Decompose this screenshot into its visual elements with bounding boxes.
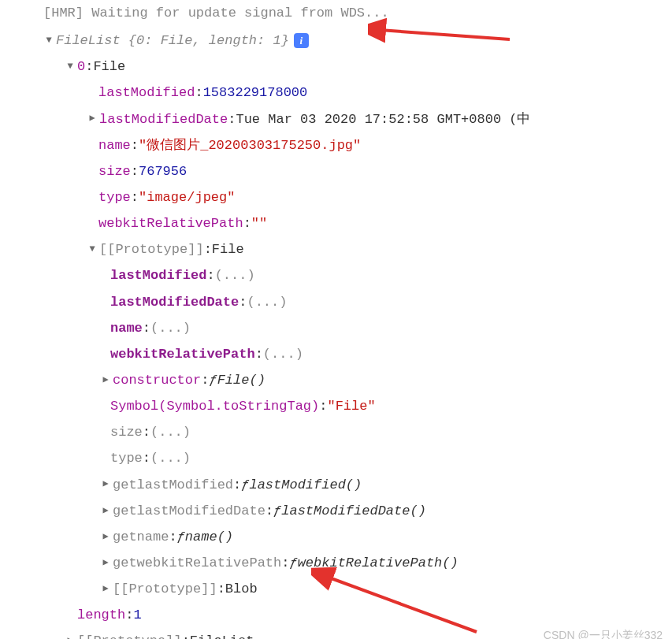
prop-value: 1583229178000 (203, 80, 308, 106)
prop-key: webkitRelativePath (110, 341, 255, 367)
prop-key: type (110, 445, 143, 471)
prop-value: Tue Mar 03 2020 17:52:58 GMT+0800 (中 (236, 106, 530, 132)
info-icon[interactable]: i (294, 33, 309, 48)
expand-toggle-right[interactable]: ▶ (65, 632, 76, 639)
prop-key: constructor (113, 367, 201, 393)
prop-key: [[Prototype]] (99, 236, 204, 262)
getter-ellipsis[interactable]: (...) (150, 445, 191, 471)
prop-key: webkitRelativePath (137, 550, 282, 576)
getter-name[interactable]: ▶ get name: ƒ name() (8, 524, 664, 550)
prop-key: name (98, 132, 131, 158)
get-label: get (113, 498, 137, 524)
expand-toggle-right[interactable]: ▶ (100, 554, 111, 572)
fn-name: lastModified() (249, 472, 362, 498)
prop-key: webkitRelativePath (98, 210, 243, 236)
getter-ellipsis[interactable]: (...) (247, 289, 287, 315)
fn-f: ƒ (209, 367, 217, 393)
entry-0[interactable]: ▼ 0: File (8, 54, 664, 80)
expand-toggle-right[interactable]: ▶ (100, 580, 111, 598)
getter-ellipsis[interactable]: (...) (150, 419, 191, 445)
expand-toggle-right[interactable]: ▶ (100, 528, 111, 546)
prop-lastmodified: lastModified: 1583229178000 (8, 80, 664, 106)
prop-value: "微信图片_20200303175250.jpg" (139, 132, 361, 158)
prop-lastmodifieddate[interactable]: ▶ lastModifiedDate: Tue Mar 03 2020 17:5… (8, 106, 664, 132)
proto-constructor[interactable]: ▶ constructor: ƒ File() (8, 367, 664, 393)
proto-type[interactable]: type: (...) (8, 445, 664, 471)
prop-value: 767956 (139, 158, 187, 184)
expand-toggle-down[interactable]: ▼ (65, 58, 76, 76)
filelist-root[interactable]: ▼ FileList {0: File, length: 1} i (8, 28, 664, 54)
prop-key: [[Prototype]] (113, 576, 217, 602)
fn-name: webkitRelativePath() (298, 550, 459, 576)
prop-key: name (110, 315, 143, 341)
fn-f: ƒ (177, 524, 185, 550)
expand-toggle-right[interactable]: ▶ (100, 502, 111, 520)
watermark: CSDN @一只小姜丝332 (544, 625, 663, 639)
prop-value: "File" (327, 393, 375, 419)
prop-key: lastModifiedDate (110, 289, 239, 315)
prop-type: type: "image/jpeg" (8, 184, 664, 210)
fn-name: File() (217, 367, 265, 393)
proto-lastmodifieddate[interactable]: lastModifiedDate: (...) (8, 289, 664, 315)
getter-ellipsis[interactable]: (...) (263, 341, 303, 367)
prop-webkitrelativepath: webkitRelativePath: "" (8, 210, 664, 236)
prop-key: lastModifiedDate (137, 498, 265, 524)
expand-toggle-right[interactable]: ▶ (100, 475, 111, 493)
getter-lastmodified[interactable]: ▶ get lastModified: ƒ lastModified() (8, 472, 664, 498)
expand-toggle-right[interactable]: ▶ (87, 110, 98, 128)
proto-symbol-tostringtag: Symbol(Symbol.toStringTag): "File" (8, 393, 664, 419)
prop-key: type (98, 184, 131, 210)
prop-key: size (98, 158, 131, 184)
prop-value: FileList (190, 628, 254, 639)
proto-size[interactable]: size: (...) (8, 419, 664, 445)
prop-value: "" (251, 210, 267, 236)
prop-value: 1 (133, 602, 141, 628)
prop-key: name (137, 524, 169, 550)
proto-lastmodified[interactable]: lastModified: (...) (8, 262, 664, 288)
prop-key: lastModified (110, 262, 206, 288)
prop-key: lastModified (137, 472, 233, 498)
prop-value: "image/jpeg" (139, 184, 235, 210)
get-label: get (113, 550, 137, 576)
fn-name: lastModifiedDate() (281, 498, 426, 524)
proto-name[interactable]: name: (...) (8, 315, 664, 341)
filelist-summary: FileList {0: File, length: 1} (56, 28, 289, 54)
proto-wrp[interactable]: webkitRelativePath: (...) (8, 341, 664, 367)
prop-value: File (212, 236, 244, 262)
get-label: get (113, 524, 137, 550)
getter-wrp[interactable]: ▶ get webkitRelativePath: ƒ webkitRelati… (8, 550, 664, 576)
get-label: get (113, 472, 137, 498)
prop-key: size (110, 419, 143, 445)
prop-key: Symbol(Symbol.toStringTag) (110, 393, 319, 419)
prop-key: length (77, 602, 125, 628)
prop-key: lastModified (98, 80, 195, 106)
prop-size: size: 767956 (8, 158, 664, 184)
prop-key: [[Prototype]] (77, 628, 182, 639)
expand-toggle-down[interactable]: ▼ (87, 240, 98, 258)
prop-key: lastModifiedDate (99, 106, 228, 132)
prototype-file[interactable]: ▼ [[Prototype]]: File (8, 236, 664, 262)
expand-toggle-right[interactable]: ▶ (100, 371, 111, 389)
fn-f: ƒ (289, 550, 297, 576)
hmr-log-line: [HMR] Waiting for update signal from WDS… (8, 0, 664, 26)
getter-ellipsis[interactable]: (...) (215, 262, 255, 288)
getter-lastmodifieddate[interactable]: ▶ get lastModifiedDate: ƒ lastModifiedDa… (8, 498, 664, 524)
prototype-blob[interactable]: ▶ [[Prototype]]: Blob (8, 576, 664, 602)
prop-value: Blob (225, 576, 258, 602)
fn-name: name() (185, 524, 233, 550)
prop-name: name: "微信图片_20200303175250.jpg" (8, 132, 664, 158)
getter-ellipsis[interactable]: (...) (150, 315, 191, 341)
fn-f: ƒ (273, 498, 281, 524)
prop-value: File (93, 54, 125, 80)
expand-toggle-down[interactable]: ▼ (43, 32, 54, 50)
fn-f: ƒ (241, 472, 249, 498)
prop-key: 0 (77, 54, 85, 80)
